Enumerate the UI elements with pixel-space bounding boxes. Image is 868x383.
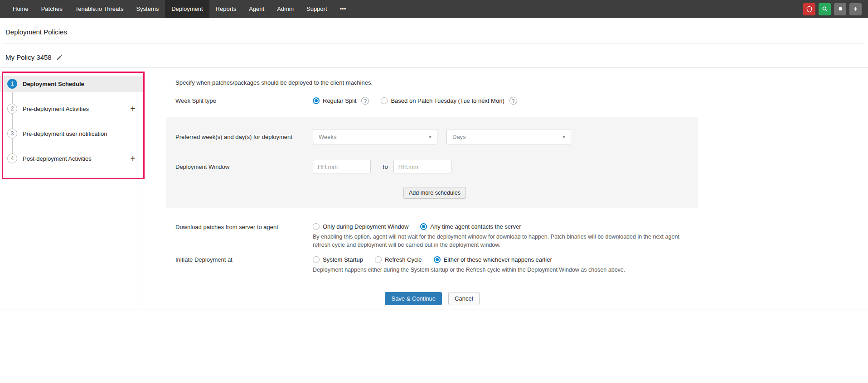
weeks-select[interactable]: Weeks ▾ — [313, 129, 437, 144]
initiate-help-text: Deployment happens either during the Sys… — [313, 266, 625, 274]
search-button[interactable] — [819, 3, 831, 15]
window-start-time-input[interactable] — [313, 160, 371, 173]
days-select-value: Days — [452, 134, 466, 140]
nav-icon-group — [803, 0, 868, 18]
radio-any-time-agent-contacts[interactable]: Any time agent contacts the server — [420, 223, 521, 230]
schedule-panel: Preferred week(s) and day(s) for deploym… — [166, 117, 698, 208]
add-pre-deployment-activity-button[interactable]: + — [130, 104, 136, 113]
nav-item-patches[interactable]: Patches — [35, 0, 69, 18]
download-options-block: Only during Deployment Window Any time a… — [313, 223, 693, 249]
preferred-week-day-label: Preferred week(s) and day(s) for deploym… — [175, 134, 313, 140]
nav-item-admin[interactable]: Admin — [271, 0, 300, 18]
edit-policy-name-icon[interactable] — [56, 54, 63, 61]
radio-any-time-agent-contacts-label: Any time agent contacts the server — [430, 223, 521, 230]
initiate-options-block: System Startup Refresh Cycle Either of t… — [313, 256, 625, 274]
sidebar-step-post-deployment-activities[interactable]: 4 Post-deployment Activities + — [0, 150, 144, 167]
deployment-window-label: Deployment Window — [175, 163, 313, 170]
form-actions: Save & Continue Cancel — [166, 292, 698, 305]
radio-either-whichever-earlier-label: Either of these whichever happens earlie… — [444, 256, 552, 263]
radio-patch-tuesday-control[interactable] — [381, 97, 388, 104]
deployment-schedule-form: Specify when patches/packages should be … — [144, 68, 868, 310]
radio-patch-tuesday-label: Based on Patch Tuesday (Tue to next Mon) — [391, 97, 504, 104]
step-number-4: 4 — [7, 153, 17, 163]
nav-item-more[interactable]: ••• — [334, 0, 353, 18]
week-split-radio-group: Regular Split ? Based on Patch Tuesday (… — [313, 97, 517, 105]
nav-item-support[interactable]: Support — [300, 0, 334, 18]
chevron-down-icon: ▾ — [429, 134, 432, 140]
chevron-down-icon: ▾ — [563, 134, 565, 140]
radio-only-during-window-label: Only during Deployment Window — [323, 223, 408, 230]
step-number-3: 3 — [7, 129, 17, 139]
radio-refresh-cycle[interactable]: Refresh Cycle — [375, 256, 422, 263]
patch-tuesday-help-icon[interactable]: ? — [509, 97, 517, 105]
step-label: Post-deployment Activities — [23, 155, 92, 162]
download-help-text: By enabling this option, agent will not … — [313, 233, 693, 249]
radio-patch-tuesday[interactable]: Based on Patch Tuesday (Tue to next Mon)… — [381, 97, 517, 105]
step-label: Deployment Schedule — [23, 81, 84, 87]
policy-name: My Policy 3458 — [5, 53, 52, 61]
step-label: Pre-deployment user notification — [23, 130, 107, 137]
step-number-1: 1 — [7, 79, 17, 89]
top-navigation: Home Patches Tenable.io Threats Systems … — [0, 0, 868, 18]
sidebar-step-pre-deployment-activities[interactable]: 2 Pre-deployment Activities + — [0, 101, 144, 117]
to-label: To — [382, 163, 388, 170]
page-title: Deployment Policies — [0, 18, 868, 43]
window-end-time-input[interactable] — [393, 160, 451, 173]
add-more-schedules-button[interactable]: Add more schedules — [403, 187, 466, 199]
sidebar-step-pre-deployment-user-notification[interactable]: 3 Pre-deployment user notification — [0, 125, 144, 142]
radio-regular-split-label: Regular Split — [323, 97, 356, 104]
nav-item-tenable-threats[interactable]: Tenable.io Threats — [69, 0, 130, 18]
weeks-select-value: Weeks — [319, 134, 337, 140]
form-intro-text: Specify when patches/packages should be … — [175, 79, 868, 86]
quick-actions-button[interactable] — [849, 3, 862, 15]
step-label: Pre-deployment Activities — [23, 105, 89, 112]
sidebar-step-deployment-schedule[interactable]: 1 Deployment Schedule — [0, 76, 144, 92]
nav-item-reports[interactable]: Reports — [209, 0, 243, 18]
nav-item-systems[interactable]: Systems — [130, 0, 165, 18]
nav-item-agent[interactable]: Agent — [242, 0, 271, 18]
radio-only-during-window-control[interactable] — [313, 223, 320, 230]
radio-either-whichever-earlier-control[interactable] — [434, 256, 441, 263]
nav-item-deployment[interactable]: Deployment — [165, 0, 209, 18]
days-select[interactable]: Days ▾ — [446, 129, 571, 144]
step-connector-line — [12, 84, 13, 158]
initiate-radio-group: System Startup Refresh Cycle Either of t… — [313, 256, 625, 263]
search-icon — [822, 6, 828, 12]
policy-editor: 1 Deployment Schedule 2 Pre-deployment A… — [0, 67, 868, 310]
security-shield-icon[interactable] — [803, 3, 815, 15]
radio-system-startup-control[interactable] — [313, 256, 320, 263]
radio-system-startup-label: System Startup — [323, 256, 363, 263]
radio-either-whichever-earlier[interactable]: Either of these whichever happens earlie… — [434, 256, 552, 263]
shield-icon — [806, 6, 813, 13]
radio-regular-split-control[interactable] — [313, 97, 320, 104]
step-number-2: 2 — [7, 104, 17, 114]
week-split-type-label: Week Split type — [175, 97, 313, 104]
steps-sidebar: 1 Deployment Schedule 2 Pre-deployment A… — [0, 68, 144, 310]
lightning-icon — [853, 6, 858, 12]
bell-icon — [837, 6, 844, 12]
radio-refresh-cycle-control[interactable] — [375, 256, 382, 263]
initiate-deployment-label: Initiate Deployment at — [175, 256, 313, 263]
radio-regular-split[interactable]: Regular Split ? — [313, 97, 369, 105]
download-radio-group: Only during Deployment Window Any time a… — [313, 223, 693, 230]
download-patches-label: Download patches from server to agent — [175, 223, 313, 230]
regular-split-help-icon[interactable]: ? — [361, 97, 369, 105]
cancel-button[interactable]: Cancel — [448, 292, 479, 305]
nav-item-home[interactable]: Home — [6, 0, 35, 18]
radio-refresh-cycle-label: Refresh Cycle — [385, 256, 422, 263]
radio-any-time-agent-contacts-control[interactable] — [420, 223, 427, 230]
notifications-button[interactable] — [834, 3, 846, 15]
radio-system-startup[interactable]: System Startup — [313, 256, 363, 263]
add-post-deployment-activity-button[interactable]: + — [130, 154, 136, 163]
radio-only-during-window[interactable]: Only during Deployment Window — [313, 223, 408, 230]
save-continue-button[interactable]: Save & Continue — [385, 292, 442, 305]
